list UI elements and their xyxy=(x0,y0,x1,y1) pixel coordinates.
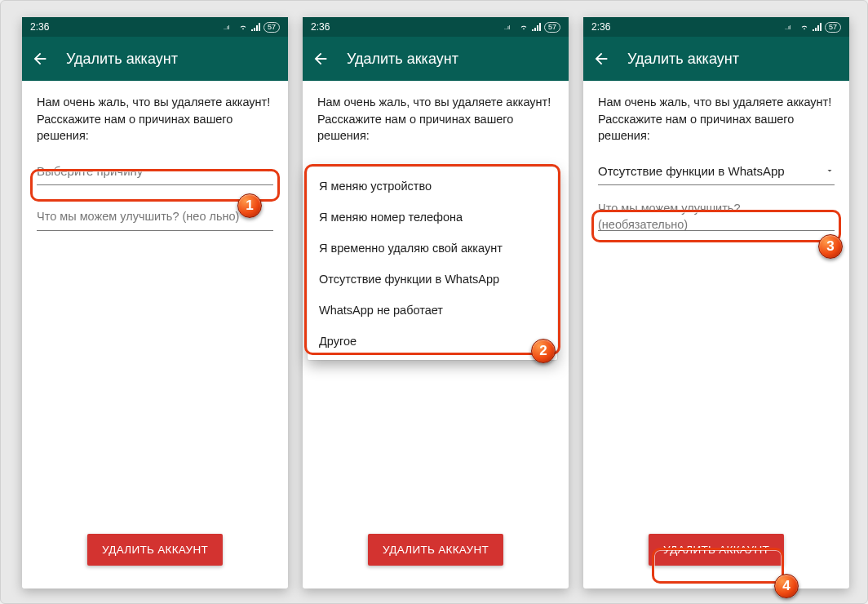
status-time: 2:36 xyxy=(311,21,330,33)
dropdown-item[interactable]: Отсутствие функции в WhatsApp xyxy=(308,264,557,295)
status-right: ..ıl 57 xyxy=(504,22,560,33)
dropdown-item[interactable]: WhatsApp не работает xyxy=(308,295,557,326)
reason-select-label: Выберите причину xyxy=(37,162,143,180)
appbar-title: Удалить аккаунт xyxy=(66,51,178,68)
arrow-left-icon xyxy=(592,50,610,68)
back-button[interactable] xyxy=(29,47,51,70)
status-time: 2:36 xyxy=(591,21,610,33)
svg-text:..ıl: ..ıl xyxy=(504,24,511,30)
arrow-left-icon xyxy=(312,50,330,68)
phone-screenshot-2: 2:36 ..ıl 57 Удалить аккаунт Нам очень ж… xyxy=(303,17,569,588)
chevron-down-icon xyxy=(825,166,835,175)
chevron-down-icon xyxy=(264,166,273,175)
app-bar: Удалить аккаунт xyxy=(303,37,569,81)
app-bar: Удалить аккаунт xyxy=(22,37,288,81)
svg-text:..ıl: ..ıl xyxy=(224,24,230,30)
reason-select[interactable]: Отсутствие функции в WhatsApp xyxy=(598,158,835,185)
phone-screenshot-3: 2:36 ..ıl 57 Удалить аккаунт Нам очень ж… xyxy=(583,17,849,588)
reason-select[interactable]: Выберите причину xyxy=(37,158,273,185)
content-area: Нам очень жаль, что вы удаляете аккаунт!… xyxy=(583,81,849,588)
dropdown-item[interactable]: Я меняю номер телефона xyxy=(308,202,557,233)
battery-indicator: 57 xyxy=(264,22,280,33)
wifi-icon xyxy=(799,23,810,31)
appbar-title: Удалить аккаунт xyxy=(347,51,458,68)
app-bar: Удалить аккаунт xyxy=(583,37,849,81)
reason-select-value: Отсутствие функции в WhatsApp xyxy=(598,162,785,180)
improve-input[interactable]: Что мы можем улучшить? (необязательно) xyxy=(598,207,835,231)
signal-icon xyxy=(251,23,261,31)
wifi-icon xyxy=(237,23,249,31)
svg-text:..ıl: ..ıl xyxy=(785,24,791,30)
reason-dropdown: Я меняю устройство Я меняю номер телефон… xyxy=(308,167,557,360)
delete-account-button[interactable]: УДАЛИТЬ АККАУНТ xyxy=(87,534,223,566)
status-bar: 2:36 ..ıl 57 xyxy=(303,17,569,37)
delete-account-button[interactable]: УДАЛИТЬ АККАУНТ xyxy=(649,534,784,566)
tutorial-frame: 2:36 ..ıl 57 Удалить аккаунт Нам очень ж… xyxy=(0,0,868,604)
arrow-left-icon xyxy=(31,50,49,68)
improve-placeholder: Что мы можем улучшить? (необязательно) xyxy=(598,200,833,233)
intro-text: Нам очень жаль, что вы удаляете аккаунт!… xyxy=(317,94,554,144)
battery-indicator: 57 xyxy=(825,22,841,33)
signal-icon xyxy=(813,23,822,31)
signal-icon xyxy=(532,23,542,31)
delete-account-button[interactable]: УДАЛИТЬ АККАУНТ xyxy=(368,534,503,566)
phone-screenshot-1: 2:36 ..ıl 57 Удалить аккаунт Нам очень ж… xyxy=(22,17,288,588)
volte-icon: ..ıl xyxy=(504,23,516,31)
dropdown-item[interactable]: Другое xyxy=(308,326,557,357)
content-area: Нам очень жаль, что вы удаляете аккаунт!… xyxy=(22,81,288,588)
status-right: ..ıl 57 xyxy=(785,22,841,33)
dropdown-item[interactable]: Я временно удаляю свой аккаунт xyxy=(308,233,557,264)
volte-icon: ..ıl xyxy=(224,23,235,31)
appbar-title: Удалить аккаунт xyxy=(627,51,739,68)
back-button[interactable] xyxy=(590,47,613,70)
status-bar: 2:36 ..ıl 57 xyxy=(22,17,288,37)
status-time: 2:36 xyxy=(30,21,49,33)
improve-input[interactable]: Что мы можем улучшить? (нео льно) xyxy=(37,207,273,231)
volte-icon: ..ıl xyxy=(785,23,796,31)
back-button[interactable] xyxy=(309,47,332,70)
improve-placeholder: Что мы можем улучшить? (нео льно) xyxy=(37,208,239,225)
intro-text: Нам очень жаль, что вы удаляете аккаунт!… xyxy=(37,94,273,144)
wifi-icon xyxy=(518,23,529,31)
intro-text: Нам очень жаль, что вы удаляете аккаунт!… xyxy=(598,94,835,144)
status-bar: 2:36 ..ıl 57 xyxy=(583,17,849,37)
dropdown-item[interactable]: Я меняю устройство xyxy=(308,171,557,202)
status-right: ..ıl 57 xyxy=(224,22,280,33)
battery-indicator: 57 xyxy=(544,22,560,33)
